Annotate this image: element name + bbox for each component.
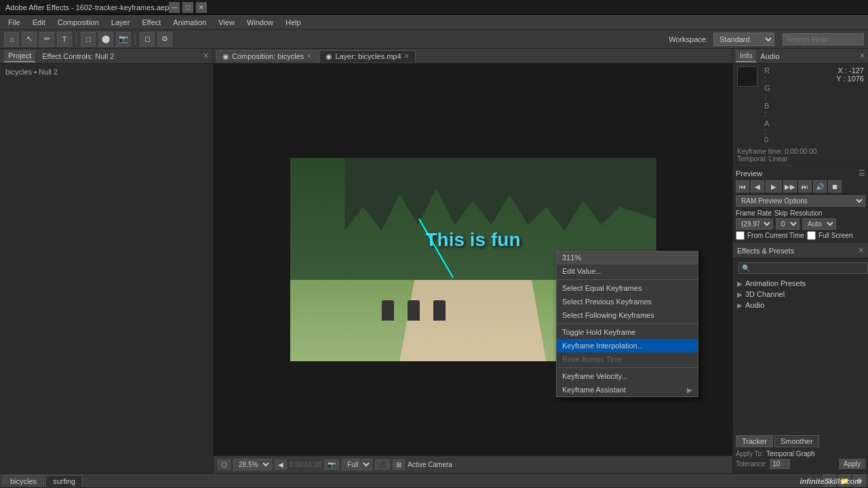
tracker-apply-btn[interactable]: Apply (839, 459, 865, 469)
tracker-tabs: Tracker Smoother (736, 435, 865, 447)
effects-close[interactable]: ✕ (858, 246, 864, 255)
menu-effect[interactable]: Effect (136, 17, 166, 28)
cm-interpolation[interactable]: Keyframe Interpolation... (557, 339, 698, 352)
toolbar-mask-btn[interactable]: ◻ (140, 32, 155, 47)
title-bar: Adobe After Effects - 1602-tracker-keyfr… (0, 0, 868, 15)
comp-tab-close[interactable]: ✕ (307, 53, 312, 60)
preview-options-dropdown[interactable]: RAM Preview Options (736, 195, 865, 207)
vc-camera-label: Active Camera (408, 461, 452, 468)
preview-last-btn[interactable]: ⏭ (798, 180, 812, 192)
tab-audio[interactable]: Audio (756, 51, 783, 62)
info-r-label: R : (764, 66, 772, 83)
toolbar-sep2 (135, 33, 136, 45)
menu-file[interactable]: File (3, 17, 26, 28)
bottom-tabbar: bicycles surfing ⌂ 📁 ⚙ (0, 473, 868, 488)
info-audio-tabs: Info Audio ✕ (733, 49, 868, 64)
cm-toggle-hold[interactable]: Toggle Hold Keyframe (557, 325, 698, 339)
tab-smoother[interactable]: Smoother (774, 435, 819, 447)
preview-full-screen-check[interactable] (807, 231, 816, 240)
tab-info[interactable]: Info (736, 50, 756, 62)
cm-sep1 (557, 279, 698, 280)
preview-from-current-check[interactable] (736, 231, 745, 240)
menu-view[interactable]: View (213, 17, 240, 28)
tracker-panel: Tracker Smoother Apply To: Temporal Grap… (733, 432, 868, 473)
workspace-dropdown[interactable]: Standard (713, 33, 774, 46)
tracker-tolerance-row: Tolerance: Apply (736, 459, 865, 469)
vc-prev-frame[interactable]: ◀ (275, 460, 287, 470)
toolbar-shape-btn[interactable]: □ (81, 32, 96, 47)
biker1 (382, 300, 394, 321)
effects-animation-label: Animation Presets (745, 279, 806, 287)
biker3 (433, 300, 446, 321)
preview-skip-label: Skip (774, 209, 787, 217)
toolbar-puppet-btn[interactable]: ⚙ (157, 32, 172, 47)
menu-bar: File Edit Composition Layer Effect Anima… (0, 15, 868, 30)
toolbar-home-btn[interactable]: ⌂ (4, 32, 19, 47)
menu-window[interactable]: Window (241, 17, 279, 28)
tab-tracker[interactable]: Tracker (736, 435, 773, 447)
info-panel-close[interactable]: ✕ (859, 52, 865, 60)
effects-3d-label: 3D Channel (745, 290, 785, 298)
left-panel-header: Project Effect Controls: Null 2 ✕ (0, 49, 213, 64)
left-panel-close[interactable]: ✕ (203, 52, 209, 60)
vc-pixel-btn[interactable]: ⬛ (375, 460, 390, 470)
toolbar: ⌂ ↖ ✏ T □ ⬤ 📷 ◻ ⚙ Workspace: Standard (0, 30, 868, 49)
preview-play-btn[interactable]: ▶ (766, 180, 782, 192)
cm-keyframe-assistant[interactable]: Keyframe Assistant ▶ (557, 383, 698, 396)
vc-grid-btn[interactable]: ⊞ (393, 460, 405, 470)
cm-select-following[interactable]: Select Following Keyframes (557, 308, 698, 322)
info-g-label: G : (764, 84, 772, 100)
close-button[interactable]: ✕ (196, 2, 207, 13)
preview-back-btn[interactable]: ◀ (751, 180, 764, 192)
toolbar-camera-btn[interactable]: 📷 (116, 32, 131, 47)
bottom-tab-surfing[interactable]: surfing (45, 475, 83, 487)
menu-composition[interactable]: Composition (52, 17, 104, 28)
menu-layer[interactable]: Layer (106, 17, 136, 28)
vc-camera-btn[interactable]: 📷 (324, 460, 339, 470)
tab-effect-controls[interactable]: Effect Controls: Null 2 (38, 51, 118, 62)
effects-audio[interactable]: ▶ Audio (733, 300, 868, 310)
preview-first-btn[interactable]: ⏮ (736, 180, 749, 192)
info-b-label: B : (764, 102, 772, 118)
project-area: bicycles • Null 2 (0, 64, 213, 473)
effects-3d-channel[interactable]: ▶ 3D Channel (733, 289, 868, 300)
workspace-label: Workspace: (669, 35, 708, 43)
cm-keyframe-velocity[interactable]: Keyframe Velocity... (557, 369, 698, 383)
comp-tab2-close[interactable]: ✕ (404, 53, 410, 60)
bottom-tab-bicycles[interactable]: bicycles (3, 475, 44, 487)
tracker-tolerance-input[interactable] (770, 459, 790, 469)
preview-label: Preview (736, 169, 762, 178)
comp-tab-layer[interactable]: ◉ Layer: bicycles.mp4 ✕ (319, 50, 415, 62)
preview-ff-btn[interactable]: ▶▶ (783, 180, 797, 192)
menu-animation[interactable]: Animation (167, 17, 212, 28)
comp-tab-bicycles[interactable]: ◉ Composition: bicycles ✕ (216, 50, 318, 62)
preview-skip-select[interactable]: 0 (776, 218, 800, 230)
maximize-button[interactable]: □ (182, 2, 193, 13)
preview-resolution-select[interactable]: Auto (802, 218, 836, 230)
tracker-apply-value: Temporal Graph (766, 450, 815, 458)
search-help-input[interactable] (783, 33, 864, 45)
project-breadcrumb: bicycles • Null 2 (3, 66, 210, 77)
toolbar-paint-btn[interactable]: ⬤ (98, 32, 113, 47)
vc-zoom-dropdown[interactable]: 28.5% (233, 459, 272, 470)
tab-project[interactable]: Project (4, 50, 35, 62)
preview-stop-btn[interactable]: ⏹ (828, 180, 842, 192)
effects-search-input[interactable] (738, 262, 868, 274)
cm-select-equal[interactable]: Select Equal Keyframes (557, 281, 698, 295)
toolbar-select-btn[interactable]: ↖ (22, 32, 37, 47)
cm-sep2 (557, 323, 698, 324)
minimize-button[interactable]: — (169, 2, 180, 13)
vc-view-dropdown[interactable]: Full (342, 459, 372, 470)
menu-edit[interactable]: Edit (27, 17, 51, 28)
toolbar-pen-btn[interactable]: ✏ (39, 32, 54, 47)
toolbar-text-btn[interactable]: T (57, 32, 72, 47)
cm-select-previous[interactable]: Select Previous Keyframes (557, 295, 698, 308)
vc-snap-btn[interactable]: ⬡ (218, 460, 231, 470)
effects-animation-presets[interactable]: ▶ Animation Presets (733, 278, 868, 289)
preview-framerate-select[interactable]: (29.97) (736, 218, 773, 230)
menu-help[interactable]: Help (280, 17, 307, 28)
cm-edit-value[interactable]: Edit Value... (557, 264, 698, 278)
preview-audio-btn[interactable]: 🔊 (813, 180, 827, 192)
preview-framerate-row: Frame Rate Skip Resolution (736, 209, 865, 217)
preview-menu-icon[interactable]: ☰ (859, 169, 865, 178)
